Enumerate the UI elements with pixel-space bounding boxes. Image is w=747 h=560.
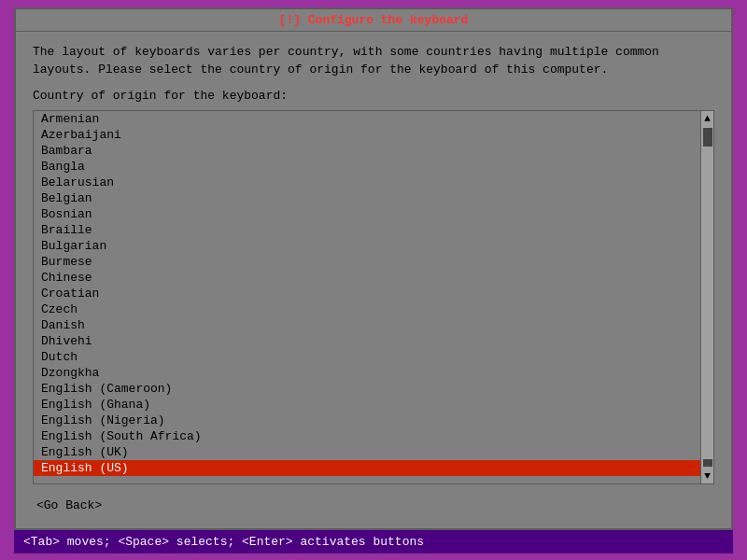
list-item[interactable]: Danish: [34, 317, 700, 333]
list-item[interactable]: Croatian: [34, 286, 700, 301]
list-item[interactable]: Dhivehi: [34, 333, 700, 349]
scrollbar[interactable]: ▲ ▼: [700, 111, 713, 483]
description-line1: The layout of keyboards varies per count…: [33, 43, 714, 62]
title-text: [!] Configure the keyboard: [279, 13, 469, 27]
list-container[interactable]: ArmenianAzerbaijaniBambaraBanglaBelarusi…: [33, 110, 714, 484]
list-item[interactable]: Burmese: [34, 254, 700, 270]
list-inner: ArmenianAzerbaijaniBambaraBanglaBelarusi…: [34, 111, 700, 483]
list-item[interactable]: English (US): [34, 460, 700, 476]
list-item[interactable]: Chinese: [34, 270, 700, 286]
list-item[interactable]: Czech: [34, 301, 700, 317]
list-item[interactable]: English (UK): [34, 444, 700, 460]
buttons-area: <Go Back>: [33, 494, 714, 517]
scroll-thumb-bottom: [703, 459, 712, 467]
description: The layout of keyboards varies per count…: [33, 43, 714, 79]
list-item[interactable]: Bosnian: [34, 206, 700, 222]
go-back-button[interactable]: <Go Back>: [33, 497, 106, 513]
scroll-down-arrow[interactable]: ▼: [701, 469, 713, 483]
list-item[interactable]: Belgian: [34, 190, 700, 206]
title-bar: [!] Configure the keyboard: [16, 9, 731, 32]
list-item[interactable]: English (South Africa): [34, 428, 700, 444]
terminal-window: [!] Configure the keyboard The layout of…: [14, 7, 733, 530]
scroll-thumb-top: [703, 128, 712, 147]
list-item[interactable]: Armenian: [34, 111, 700, 127]
list-item[interactable]: Bangla: [34, 159, 700, 175]
content-area: The layout of keyboards varies per count…: [16, 32, 731, 528]
list-item[interactable]: English (Cameroon): [34, 381, 700, 397]
country-label: Country of origin for the keyboard:: [33, 89, 714, 103]
list-item[interactable]: English (Nigeria): [34, 413, 700, 428]
list-item[interactable]: Bambara: [34, 143, 700, 159]
description-line2: layouts. Please select the country of or…: [33, 61, 714, 79]
list-item[interactable]: Bulgarian: [34, 238, 700, 254]
status-text: <Tab> moves; <Space> selects; <Enter> ac…: [23, 535, 424, 549]
status-bar: <Tab> moves; <Space> selects; <Enter> ac…: [14, 530, 733, 553]
list-item[interactable]: Azerbaijani: [34, 127, 700, 143]
list-item[interactable]: Dzongkha: [34, 365, 700, 381]
scroll-track: [701, 126, 713, 469]
list-items: ArmenianAzerbaijaniBambaraBanglaBelarusi…: [34, 111, 700, 476]
list-item[interactable]: English (Ghana): [34, 397, 700, 413]
list-item[interactable]: Braille: [34, 222, 700, 238]
scroll-up-arrow[interactable]: ▲: [701, 111, 713, 126]
list-item[interactable]: Dutch: [34, 349, 700, 365]
list-item[interactable]: Belarusian: [34, 175, 700, 190]
